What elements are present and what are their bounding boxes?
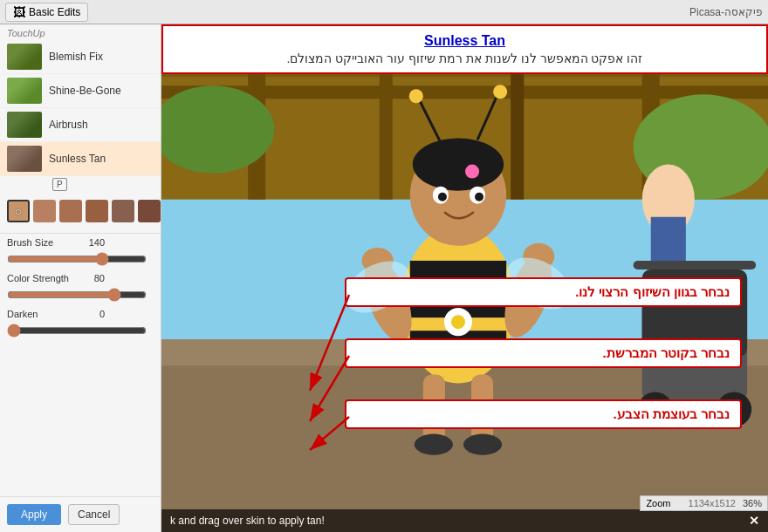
svg-point-27 xyxy=(413,138,504,190)
dimensions-label: 1134x1512 xyxy=(689,498,736,508)
darken-label: Darken xyxy=(7,309,77,319)
annotation-darken-text: נבחר בעוצמת הצבע. xyxy=(613,406,730,421)
svg-point-45 xyxy=(463,434,502,455)
svg-point-30 xyxy=(438,193,447,201)
photo-hint-bar: k and drag over skin to apply tan! ✕ xyxy=(161,509,768,532)
touchup-section-label: TouchUp xyxy=(0,24,161,40)
image-icon: 🖼 xyxy=(13,5,25,19)
cancel-button[interactable]: Cancel xyxy=(68,504,120,525)
shine-be-gone-thumb xyxy=(7,78,42,104)
annotation-brush-box: נבחר בקוטר המברשת. xyxy=(345,338,742,368)
basic-edits-label: Basic Edits xyxy=(29,6,80,18)
svg-point-46 xyxy=(465,165,479,179)
effect-item-shine-be-gone[interactable]: Shine-Be-Gone xyxy=(0,74,161,108)
airbrush-thumb xyxy=(7,112,42,138)
annotation-color-box: נבחר בגוון השיזוף הרצוי לנו. xyxy=(345,277,742,307)
sunless-tan-label: Sunless Tan xyxy=(49,153,106,165)
svg-rect-19 xyxy=(634,261,756,269)
top-bar: 🖼 Basic Edits פיקאסה-Picasa xyxy=(0,0,768,24)
shine-be-gone-label: Shine-Be-Gone xyxy=(49,85,121,97)
blemish-fix-label: Blemish Fix xyxy=(49,51,103,63)
swatch-2[interactable] xyxy=(33,200,56,222)
swatch-5[interactable] xyxy=(112,200,134,222)
hint-close-button[interactable]: ✕ xyxy=(749,514,759,528)
swatch-6[interactable] xyxy=(138,200,161,222)
color-strength-value: 80 xyxy=(80,273,105,283)
sunless-tan-thumb xyxy=(7,146,42,172)
zoom-label: Zoom xyxy=(646,498,670,508)
swatch-3[interactable] xyxy=(59,200,82,222)
annotation-darken-box: נבחר בעוצמת הצבע. xyxy=(345,399,742,429)
apply-button[interactable]: Apply xyxy=(7,504,61,525)
p-badge: P xyxy=(52,178,67,191)
sidebar-footer: Apply Cancel xyxy=(0,496,161,532)
top-annotation-box: Sunless Tan זהו אפקט המאפשר לנו לשנות את… xyxy=(161,24,768,74)
blemish-fix-thumb xyxy=(7,44,42,70)
zoom-bar: Zoom 1134x1512 36% xyxy=(640,495,768,511)
svg-point-25 xyxy=(451,315,465,329)
picasa-label: פיקאסה-Picasa xyxy=(689,6,763,18)
brush-size-slider[interactable] xyxy=(7,253,147,265)
effect-item-sunless-tan[interactable]: Sunless Tan xyxy=(0,142,161,176)
airbrush-label: Airbrush xyxy=(49,119,88,131)
swatch-4[interactable] xyxy=(86,200,108,222)
darken-value: 0 xyxy=(80,309,105,319)
color-strength-slider[interactable] xyxy=(7,289,147,301)
basic-edits-button[interactable]: 🖼 Basic Edits xyxy=(5,3,88,22)
effect-item-airbrush[interactable]: Airbrush xyxy=(0,108,161,142)
annotation-title: Sunless Tan xyxy=(181,33,749,49)
annotation-desc: זהו אפקט המאפשר לנו לשנות את רמת שיזוף ע… xyxy=(181,51,749,65)
sidebar: TouchUp Blemish Fix Shine-Be-Gone Airbru… xyxy=(0,24,161,532)
darken-slider[interactable] xyxy=(7,324,147,337)
brush-size-value: 140 xyxy=(80,237,105,248)
svg-point-31 xyxy=(475,193,483,201)
effect-item-blemish-fix[interactable]: Blemish Fix xyxy=(0,40,161,74)
brush-size-label: Brush Size xyxy=(7,237,77,248)
brush-size-row: Brush Size 140 xyxy=(7,237,154,248)
svg-point-33 xyxy=(409,89,423,103)
darken-row: Darken 0 xyxy=(7,309,154,319)
hint-text: k and drag over skin to apply tan! xyxy=(170,515,325,527)
annotation-color-text: נבחר בגוון השיזוף הרצוי לנו. xyxy=(575,284,730,299)
slider-section: Brush Size 140 Color Strength 80 Darken … xyxy=(0,234,161,351)
color-strength-row: Color Strength 80 xyxy=(7,273,154,283)
color-swatches: ○ xyxy=(7,200,154,222)
swatch-1[interactable]: ○ xyxy=(7,200,30,222)
color-strength-label: Color Strength xyxy=(7,273,77,283)
zoom-percent: 36% xyxy=(743,498,762,508)
photo-area: k and drag over skin to apply tan! ✕ Zoo… xyxy=(161,24,768,532)
svg-point-44 xyxy=(415,434,453,455)
svg-point-35 xyxy=(493,85,507,99)
main-content: TouchUp Blemish Fix Shine-Be-Gone Airbru… xyxy=(0,24,768,532)
annotation-brush-text: נבחר בקוטר המברשת. xyxy=(602,345,730,360)
tan-controls: ○ xyxy=(0,194,161,234)
